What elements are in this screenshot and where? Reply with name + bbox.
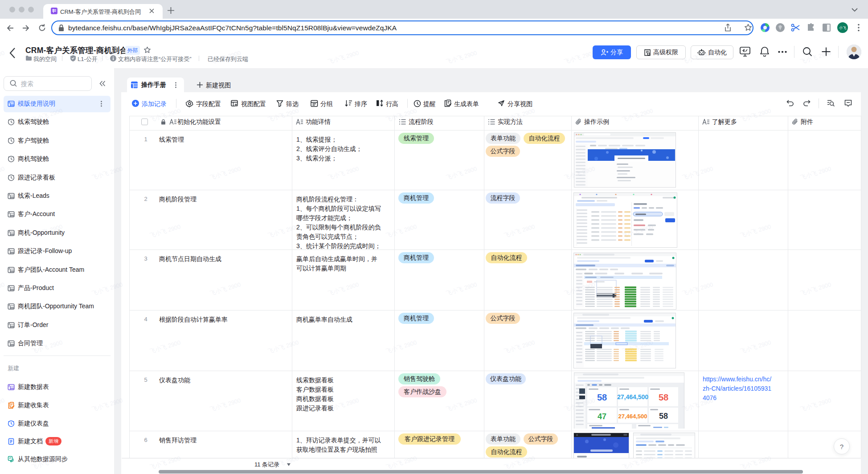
svg-text:27,464,500: 27,464,500 [618,413,647,420]
svg-text:58: 58 [659,392,668,402]
svg-text:47: 47 [598,412,606,421]
svg-text:27,464,500: 27,464,500 [617,393,648,400]
svg-text:58: 58 [659,412,668,421]
svg-text:58: 58 [597,392,607,402]
